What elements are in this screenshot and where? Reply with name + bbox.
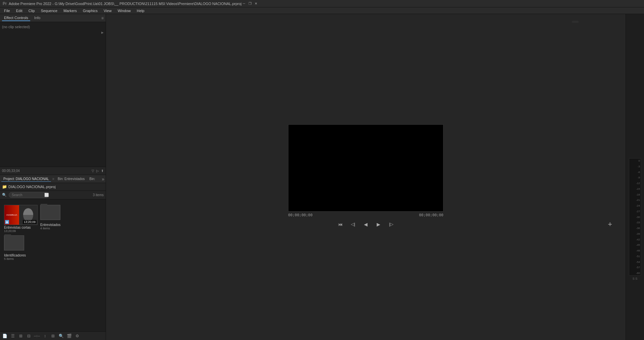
right-panel: 0 -3 -6 -9 -12 -15 -18 -21 -24 -27 -30 -… <box>626 14 644 340</box>
clip-icon[interactable]: 🎬 <box>66 333 72 339</box>
effect-controls-header: Effect Controls Info ≡ <box>0 14 106 22</box>
project-panel: Project: DIALOGO NACIONAL ≡ Bin: Entrevi… <box>0 175 106 340</box>
level-12: -12 <box>630 182 640 185</box>
left-panel: Effect Controls Info ≡ (no clip selected… <box>0 14 106 340</box>
menu-view[interactable]: View <box>101 8 114 13</box>
level-15: -15 <box>630 187 640 190</box>
center-panel: 00;00;00;00 00;00;00;00 ⏮ ◁| ◀ ▶ |▷ + <box>106 14 626 340</box>
no-clip-label: (no clip selected) <box>1 23 104 30</box>
thumb-badge: ▦ <box>5 220 9 224</box>
level-24: -24 <box>630 204 640 207</box>
zoom-icon[interactable]: 🔍 <box>58 333 64 339</box>
project-search-input[interactable] <box>9 192 49 198</box>
audio-meter: 0 -3 -6 -9 -12 -15 -18 -21 -24 -27 -30 -… <box>629 158 641 276</box>
tab-bin-empty[interactable]: Bin: <box>88 176 97 181</box>
project-toolbar: 🔍 ⬜ 3 items <box>0 191 106 200</box>
level-60: -60 <box>630 272 640 275</box>
sort-icon[interactable]: ─○─ <box>34 333 40 339</box>
thumb-entrevistas-cortas[interactable]: ASAMBLEA ▦ <box>4 205 38 233</box>
search-action-icon[interactable]: ⬜ <box>44 193 49 197</box>
thumbnail-grid-2: Identificadores 5 items <box>3 235 103 263</box>
thumb-entrevistados-img <box>40 205 62 222</box>
minimize-button[interactable]: ─ <box>241 1 246 6</box>
panel-menu-icon[interactable]: ≡ <box>101 16 104 20</box>
menu-clip[interactable]: Clip <box>26 8 38 13</box>
level-0: 0 <box>630 159 640 162</box>
level-18: -18 <box>630 193 640 196</box>
mark-out-icon[interactable]: |▷ <box>388 221 395 228</box>
settings-icon[interactable]: ⚙ <box>74 333 80 339</box>
level-51: -51 <box>630 255 640 258</box>
menu-help[interactable]: Help <box>134 8 147 13</box>
thumb-identificadores-sublabel: 5 items <box>4 257 14 261</box>
window-controls: ─ ❐ ✕ <box>241 1 258 6</box>
thumb-duration: 13;20;09 <box>23 220 37 224</box>
menu-window[interactable]: Window <box>115 8 133 13</box>
project-bottom-toolbar: 📄 ☰ ⊞ ⊟ ─○─ ↕ ⊞ 🔍 🎬 ⚙ <box>0 331 106 340</box>
menu-graphics[interactable]: Graphics <box>80 8 100 13</box>
level-9: -9 <box>630 176 640 179</box>
close-button[interactable]: ✕ <box>254 1 258 6</box>
title-bar-title: Adobe Premiere Pro 2022 - G:\My Drive\Go… <box>9 2 241 6</box>
project-filename: DIALOGO NACIONAL.prproj <box>8 185 56 189</box>
project-file-row: 📁 DIALOGO NACIONAL.prproj <box>0 183 106 191</box>
tab-bin-entrevistados[interactable]: Bin: Entrevistados <box>56 176 87 181</box>
menu-edit[interactable]: Edit <box>13 8 25 13</box>
metadata-icon[interactable]: ⊞ <box>50 333 56 339</box>
thumbnail-grid: ASAMBLEA ▦ <box>3 202 103 235</box>
thumb-identificadores-label: Identificadores <box>4 253 38 257</box>
tab-project-dialogo[interactable]: Project: DIALOGO NACIONAL <box>1 176 51 182</box>
add-button[interactable]: + <box>608 220 612 229</box>
project-items-count: 3 items <box>93 193 104 197</box>
effect-controls-footer: 00:05;33;04 ▽ ▷ ⬆ <box>0 167 106 175</box>
restore-button[interactable]: ❐ <box>248 1 252 6</box>
level-42: -42 <box>630 238 640 241</box>
preview-timecodes: 00;00;00;00 00;00;00;00 <box>288 212 443 219</box>
project-tabs: Project: DIALOGO NACIONAL ≡ Bin: Entrevi… <box>0 175 106 183</box>
thumb-identificadores-img <box>4 235 26 253</box>
effect-controls-content: (no clip selected) ▶ <box>0 22 106 167</box>
preview-screen <box>288 124 443 212</box>
filter-icon[interactable]: ▽ <box>92 169 94 173</box>
step-back-icon[interactable]: ⏮ <box>337 221 344 228</box>
mark-in-icon[interactable]: ◁| <box>350 221 357 228</box>
audio-footer: S S <box>633 277 638 280</box>
level-45: -45 <box>630 243 640 246</box>
thumb-entrevistados-sublabel: 4 items <box>40 227 50 230</box>
level-21: -21 <box>630 199 640 202</box>
thumb-entrevistas-label: Entrevistas cortas <box>4 226 38 229</box>
menu-bar: File Edit Clip Sequence Markers Graphics… <box>0 7 644 14</box>
level-48: -48 <box>630 249 640 252</box>
effect-controls-panel: Effect Controls Info ≡ (no clip selected… <box>0 14 106 175</box>
new-item-icon[interactable]: 📄 <box>2 333 7 339</box>
preview-controls: ⏮ ◁| ◀ ▶ |▷ + <box>113 219 619 230</box>
tab-info[interactable]: Info <box>32 15 42 21</box>
play-forward-icon[interactable]: ▶ <box>375 221 382 228</box>
play-back-icon[interactable]: ◀ <box>362 221 370 228</box>
more-tabs-button[interactable]: » <box>102 176 104 182</box>
thumb-entrevistados[interactable]: Entrevistados 4 items <box>40 205 74 233</box>
level-36: -36 <box>630 227 640 230</box>
forward-icon[interactable]: ▷ <box>96 169 99 173</box>
level-3: -3 <box>630 165 640 168</box>
audio-meter-labels: 0 -3 -6 -9 -12 -15 -18 -21 -24 -27 -30 -… <box>629 159 641 275</box>
list-sort-icon[interactable]: ↕ <box>42 333 48 339</box>
export-icon[interactable]: ⬆ <box>101 169 104 173</box>
menu-file[interactable]: File <box>1 8 13 13</box>
main-layout: Effect Controls Info ≡ (no clip selected… <box>0 14 644 340</box>
thumb-identificadores[interactable]: Identificadores 5 items <box>4 235 38 261</box>
level-57: -57 <box>630 266 640 269</box>
timecode-left: 00;00;00;00 <box>288 213 313 217</box>
level-54: -54 <box>630 261 640 264</box>
title-bar: Pr Adobe Premiere Pro 2022 - G:\My Drive… <box>0 0 644 7</box>
menu-markers[interactable]: Markers <box>61 8 79 13</box>
icon-view-icon[interactable]: ⊞ <box>18 333 23 339</box>
menu-sequence[interactable]: Sequence <box>38 8 60 13</box>
project-content: ASAMBLEA ▦ <box>0 200 106 331</box>
freeform-view-icon[interactable]: ⊟ <box>26 333 32 339</box>
list-view-icon[interactable]: ☰ <box>10 333 15 339</box>
level-33: -33 <box>630 221 640 224</box>
level-30: -30 <box>630 216 640 219</box>
expand-arrow[interactable]: ▶ <box>101 31 104 34</box>
tab-effect-controls[interactable]: Effect Controls <box>2 15 30 21</box>
